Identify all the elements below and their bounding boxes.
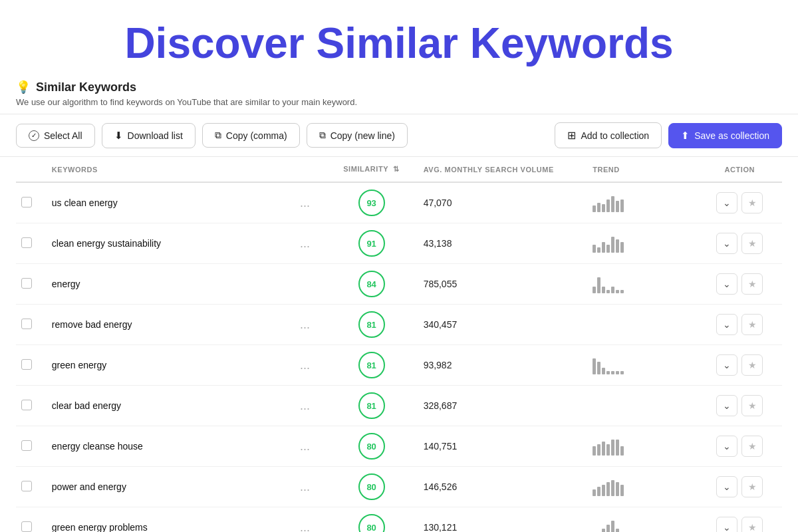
- trend-bar: [597, 277, 600, 293]
- trend-bar: [593, 205, 596, 212]
- more-options-button[interactable]: ...: [297, 440, 313, 454]
- trend-bar: [611, 480, 614, 496]
- trend-chart: [593, 477, 692, 496]
- table-row: energy84785,055 ⌄ ★: [16, 264, 782, 305]
- copy-comma-label: Copy (comma): [226, 130, 287, 141]
- search-volume: 140,751: [424, 441, 458, 452]
- more-options-button[interactable]: ...: [297, 318, 313, 332]
- trend-bar: [597, 362, 600, 374]
- row-checkbox[interactable]: [21, 481, 32, 491]
- favorite-button[interactable]: ★: [741, 395, 763, 416]
- trend-bar: [611, 371, 614, 374]
- trend-bar: [620, 200, 624, 212]
- more-options-button[interactable]: ...: [297, 196, 313, 210]
- similarity-score: 80: [358, 433, 385, 460]
- col-header-keywords: KEYWORDS: [47, 157, 292, 182]
- trend-bar: [611, 196, 614, 212]
- row-checkbox[interactable]: [21, 237, 32, 248]
- expand-button[interactable]: ⌄: [716, 233, 737, 254]
- favorite-button[interactable]: ★: [741, 192, 763, 213]
- row-checkbox[interactable]: [21, 521, 32, 532]
- similarity-score: 80: [358, 473, 385, 500]
- section-title: 💡 Similar Keywords: [16, 80, 782, 94]
- favorite-button[interactable]: ★: [741, 273, 763, 295]
- row-checkbox[interactable]: [21, 400, 32, 410]
- trend-bar: [616, 239, 619, 253]
- trend-bar: [611, 237, 614, 253]
- copy-comma-button[interactable]: ⧉ Copy (comma): [202, 123, 300, 148]
- keyword-text: clear bad energy: [52, 400, 121, 411]
- favorite-button[interactable]: ★: [741, 476, 763, 497]
- col-header-trend: TREND: [587, 157, 697, 182]
- more-options-button[interactable]: ...: [297, 237, 313, 251]
- action-cell: ⌄ ★: [703, 476, 777, 497]
- more-options-button[interactable]: ...: [297, 399, 313, 413]
- row-checkbox[interactable]: [21, 440, 32, 451]
- expand-button[interactable]: ⌄: [716, 354, 737, 376]
- favorite-button[interactable]: ★: [741, 517, 763, 532]
- trend-bar: [597, 444, 600, 456]
- sort-icon[interactable]: ⇅: [393, 165, 400, 173]
- trend-bar: [606, 200, 610, 212]
- trend-chart: [593, 437, 692, 456]
- keyword-table-wrapper: KEYWORDS SIMILARITY ⇅ AVG. MONTHLY SEARC…: [0, 157, 798, 532]
- trend-bar: [616, 371, 619, 374]
- similarity-score: 81: [358, 352, 385, 378]
- trend-bar: [611, 440, 614, 456]
- table-row: us clean energy...9347,070 ⌄ ★: [16, 182, 782, 223]
- expand-button[interactable]: ⌄: [716, 476, 737, 497]
- download-list-button[interactable]: ⬇ Download list: [102, 123, 196, 148]
- more-options-button[interactable]: ...: [297, 521, 313, 533]
- expand-button[interactable]: ⌄: [716, 314, 737, 335]
- trend-bar: [611, 287, 614, 293]
- similarity-score: 84: [358, 271, 385, 297]
- copy-newline-button[interactable]: ⧉ Copy (new line): [307, 123, 408, 148]
- search-volume: 43,138: [424, 238, 452, 249]
- row-checkbox[interactable]: [21, 197, 32, 207]
- trend-bar: [620, 371, 624, 374]
- favorite-button[interactable]: ★: [741, 436, 763, 457]
- col-header-similarity: SIMILARITY ⇅: [325, 157, 418, 182]
- favorite-button[interactable]: ★: [741, 233, 763, 254]
- more-options-button[interactable]: ...: [297, 358, 313, 372]
- expand-button[interactable]: ⌄: [716, 273, 737, 295]
- more-options-button[interactable]: ...: [297, 480, 313, 494]
- trend-bar: [606, 371, 610, 374]
- trend-bar: [606, 482, 610, 496]
- favorite-button[interactable]: ★: [741, 314, 763, 335]
- expand-button[interactable]: ⌄: [716, 517, 737, 532]
- expand-button[interactable]: ⌄: [716, 436, 737, 457]
- favorite-button[interactable]: ★: [741, 354, 763, 376]
- save-collection-icon: ⬆: [681, 130, 690, 142]
- search-volume: 340,457: [424, 319, 458, 330]
- trend-bar: [602, 485, 605, 496]
- row-checkbox[interactable]: [21, 278, 32, 289]
- keyword-text: energy cleanse house: [52, 441, 143, 452]
- trend-bar: [606, 525, 610, 532]
- table-row: power and energy...80146,526 ⌄ ★: [16, 467, 782, 507]
- trend-bar: [620, 485, 624, 496]
- copy-newline-label: Copy (new line): [331, 130, 395, 141]
- save-collection-button[interactable]: ⬆ Save as collection: [668, 123, 782, 148]
- add-collection-button[interactable]: ⊞ Add to collection: [555, 122, 662, 148]
- table-row: green energy...8193,982 ⌄ ★: [16, 345, 782, 386]
- row-checkbox[interactable]: [21, 319, 32, 329]
- trend-bar: [597, 247, 600, 253]
- page-title: Discover Similar Keywords: [0, 0, 798, 80]
- expand-button[interactable]: ⌄: [716, 192, 737, 213]
- similarity-score: 93: [358, 190, 385, 216]
- row-checkbox[interactable]: [21, 359, 32, 370]
- trend-bar: [616, 290, 619, 293]
- action-cell: ⌄ ★: [703, 314, 777, 335]
- trend-bar: [620, 446, 624, 456]
- toolbar: ✓ Select All ⬇ Download list ⧉ Copy (com…: [0, 114, 798, 157]
- search-volume: 93,982: [424, 360, 452, 370]
- trend-chart: [593, 234, 692, 253]
- action-cell: ⌄ ★: [703, 233, 777, 254]
- trend-chart: [593, 356, 692, 374]
- col-header-check: [16, 157, 47, 182]
- section-title-text: Similar Keywords: [36, 80, 136, 94]
- expand-button[interactable]: ⌄: [716, 395, 737, 416]
- select-all-button[interactable]: ✓ Select All: [16, 124, 95, 148]
- action-cell: ⌄ ★: [703, 517, 777, 532]
